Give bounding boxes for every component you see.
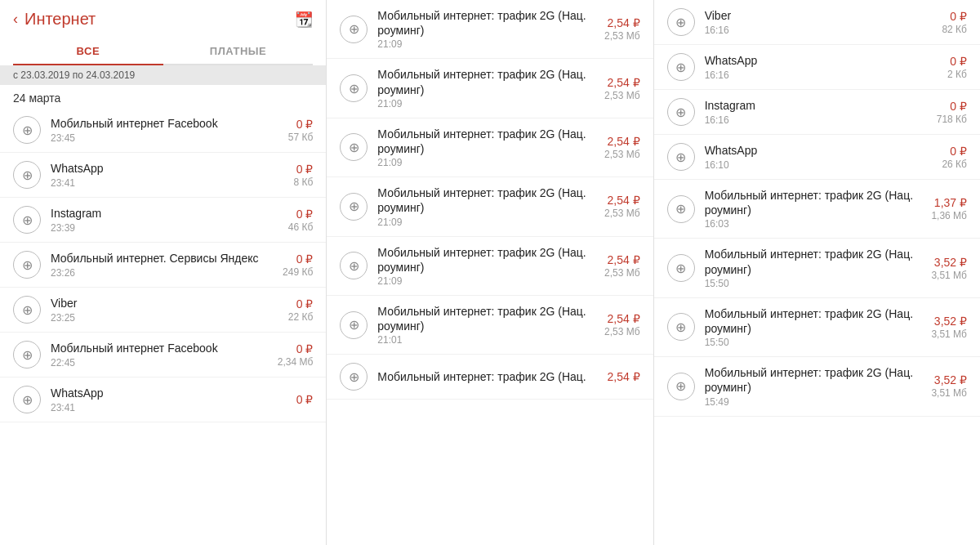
back-button[interactable]: ‹: [13, 11, 18, 28]
list-item[interactable]: ⊕ Мобильный интернет: трафик 2G (Нац. ро…: [327, 59, 653, 118]
list-item[interactable]: ⊕ WhatsApp 16:16 0 ₽ 2 Кб: [654, 45, 980, 90]
globe-icon: ⊕: [340, 311, 368, 339]
item-name: Мобильный интернет: трафик 2G (Нац. роум…: [377, 304, 595, 333]
globe-icon: ⊕: [667, 373, 695, 400]
item-size: 2,53 Мб: [604, 30, 640, 42]
item-price: 2,54 ₽: [608, 370, 640, 383]
list-item[interactable]: ⊕ Мобильный интернет: трафик 2G (Нац. ро…: [654, 357, 980, 416]
item-time: 16:16: [705, 114, 927, 126]
item-price: 1,37 ₽: [931, 196, 967, 209]
item-price: 2,54 ₽: [604, 135, 640, 148]
list-item[interactable]: ⊕ Мобильный интернет: трафик 2G (Нац. ро…: [654, 239, 980, 297]
item-price: 0 ₽: [942, 10, 967, 23]
item-size: 2 Кб: [947, 69, 967, 80]
item-time: 16:10: [705, 159, 933, 171]
item-price: 0 ₽: [942, 145, 967, 158]
date-range-bar: с 23.03.2019 по 24.03.2019: [0, 65, 326, 85]
item-name: Мобильный интернет: трафик 2G (Нац. роум…: [377, 8, 595, 38]
item-price: 3,52 ₽: [931, 373, 967, 386]
list-item[interactable]: ⊕ Мобильный интернет: трафик 2G (Нац. ро…: [327, 237, 653, 296]
globe-icon: ⊕: [13, 341, 41, 369]
calendar-icon[interactable]: 📆: [295, 11, 313, 29]
globe-icon: ⊕: [340, 16, 368, 43]
item-name: Instagram: [705, 98, 927, 113]
item-name: Мобильный интернет: трафик 2G (Нац. роум…: [377, 67, 595, 96]
list-item[interactable]: ⊕ Instagram 16:16 0 ₽ 718 Кб: [654, 90, 980, 135]
item-name: WhatsApp: [705, 143, 933, 158]
item-name: Мобильный интернет: трафик 2G (Нац. роум…: [705, 365, 922, 395]
item-name: Мобильный интернет Facebook: [51, 116, 278, 131]
list-item[interactable]: ⊕ Мобильный интернет: трафик 2G (Нац. ро…: [327, 296, 653, 355]
item-name: Мобильный интернет: трафик 2G (Нац. роум…: [705, 306, 922, 336]
globe-icon: ⊕: [13, 386, 41, 413]
item-size: 3,51 Мб: [931, 387, 967, 399]
item-time: 21:09: [377, 217, 595, 228]
globe-icon: ⊕: [13, 251, 41, 279]
item-size: 26 Кб: [942, 159, 967, 170]
left-panel: ‹ Интернет 📆 ВСЕ ПЛАТНЫЕ с 23.03.2019 по…: [0, 0, 327, 545]
list-item[interactable]: ⊕ Viber 16:16 0 ₽ 82 Кб: [654, 0, 980, 45]
tab-paid[interactable]: ПЛАТНЫЕ: [163, 37, 314, 64]
globe-icon: ⊕: [340, 74, 368, 102]
item-time: 21:09: [377, 157, 595, 168]
item-name: Мобильный интернет: трафик 2G (Нац. роум…: [377, 185, 595, 215]
middle-panel: ⊕ Мобильный интернет: трафик 2G (Нац. ро…: [327, 0, 653, 545]
list-item[interactable]: ⊕ WhatsApp 23:41 0 ₽ 8 Кб: [0, 153, 326, 198]
item-time: 23:41: [51, 402, 287, 413]
tab-all[interactable]: ВСЕ: [13, 37, 163, 65]
globe-icon: ⊕: [667, 53, 695, 81]
item-time: 15:49: [705, 396, 922, 408]
item-name: Мобильный интернет: трафик 2G (Нац.: [377, 369, 597, 384]
item-name: WhatsApp: [51, 386, 287, 400]
item-price: 0 ₽: [288, 208, 314, 221]
list-item[interactable]: ⊕ WhatsApp 16:10 0 ₽ 26 Кб: [654, 135, 980, 180]
item-time: 23:25: [51, 312, 278, 324]
item-name: Instagram: [51, 206, 278, 221]
item-price: 0 ₽: [288, 118, 314, 131]
item-name: WhatsApp: [51, 161, 283, 176]
item-size: 2,53 Мб: [604, 149, 640, 160]
item-price: 2,54 ₽: [604, 16, 640, 29]
list-item[interactable]: ⊕ Мобильный интернет Facebook 23:45 0 ₽ …: [0, 108, 326, 153]
globe-icon: ⊕: [13, 116, 41, 144]
item-time: 23:45: [51, 132, 278, 144]
section-label: 24 марта: [0, 85, 326, 108]
list-item[interactable]: ⊕ Мобильный интернет: трафик 2G (Нац. ро…: [327, 0, 653, 59]
left-header: ‹ Интернет 📆 ВСЕ ПЛАТНЫЕ: [0, 0, 326, 65]
item-time: 21:09: [377, 38, 595, 50]
item-size: 57 Кб: [288, 132, 314, 143]
globe-icon: ⊕: [13, 206, 41, 234]
item-price: 2,54 ₽: [604, 76, 640, 89]
list-item[interactable]: ⊕ Мобильный интернет: трафик 2G (Нац. ро…: [654, 298, 980, 357]
item-size: 2,53 Мб: [604, 208, 640, 219]
list-item[interactable]: ⊕ Мобильный интернет: трафик 2G (Нац. ро…: [327, 177, 653, 236]
item-size: 2,53 Мб: [604, 326, 640, 337]
globe-icon: ⊕: [667, 8, 695, 36]
list-item[interactable]: ⊕ Мобильный интернет: трафик 2G (Нац. ро…: [327, 118, 653, 177]
list-item[interactable]: ⊕ Instagram 23:39 0 ₽ 46 Кб: [0, 198, 326, 243]
globe-icon: ⊕: [667, 98, 695, 126]
list-item[interactable]: ⊕ Мобильный интернет. Сервисы Яндекс 23:…: [0, 243, 326, 288]
item-size: 3,51 Мб: [931, 270, 967, 281]
globe-icon: ⊕: [340, 133, 368, 161]
list-item[interactable]: ⊕ WhatsApp 23:41 0 ₽: [0, 377, 326, 422]
list-item[interactable]: ⊕ Мобильный интернет Facebook 22:45 0 ₽ …: [0, 333, 326, 377]
item-price: 3,52 ₽: [931, 256, 967, 269]
right-items-list: ⊕ Viber 16:16 0 ₽ 82 Кб ⊕ WhatsApp 16:16…: [654, 0, 980, 545]
globe-icon: ⊕: [667, 195, 695, 223]
item-time: 22:45: [51, 357, 268, 369]
item-size: 2,53 Мб: [604, 90, 640, 101]
globe-icon: ⊕: [340, 252, 368, 279]
globe-icon: ⊕: [13, 296, 41, 324]
item-price: 0 ₽: [293, 163, 313, 176]
item-time: 16:16: [705, 25, 933, 36]
list-item[interactable]: ⊕ Мобильный интернет: трафик 2G (Нац. ро…: [654, 180, 980, 239]
tabs-bar: ВСЕ ПЛАТНЫЕ: [13, 37, 313, 65]
list-item[interactable]: ⊕ Мобильный интернет: трафик 2G (Нац. 2,…: [327, 355, 653, 400]
item-name: Viber: [705, 8, 933, 23]
list-item[interactable]: ⊕ Viber 23:25 0 ₽ 22 Кб: [0, 288, 326, 333]
item-time: 23:39: [51, 222, 278, 234]
item-time: 23:41: [51, 177, 283, 189]
item-name: Viber: [51, 296, 278, 310]
item-size: 82 Кб: [942, 24, 967, 35]
